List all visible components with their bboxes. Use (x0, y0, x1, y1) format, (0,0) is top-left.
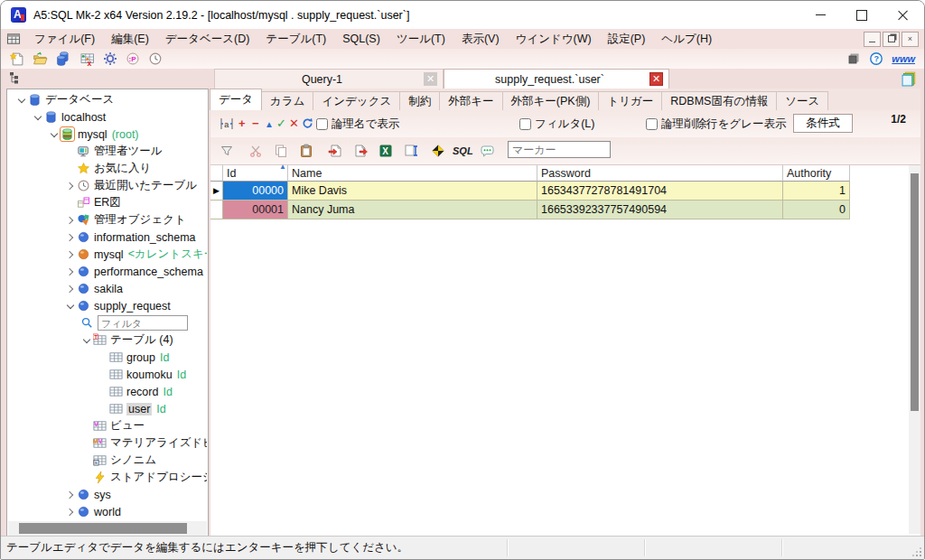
checkbox-filter[interactable]: フィルタ(L) (519, 117, 594, 132)
menu-sql[interactable]: SQL(S) (334, 29, 388, 49)
up-arrow-icon[interactable]: ▲ (265, 111, 274, 138)
diamond-icon[interactable] (431, 144, 445, 158)
tab-close-icon[interactable]: ✕ (424, 72, 437, 86)
gear-icon[interactable] (103, 51, 117, 66)
filter-funnel-icon[interactable] (220, 144, 234, 158)
copy-icon[interactable] (274, 144, 288, 158)
mdi-minimize-button[interactable] (864, 32, 881, 47)
column-header-authority[interactable]: Authority (783, 165, 850, 182)
subtab-data[interactable]: データ (210, 89, 262, 110)
procedure-face-icon[interactable] (126, 51, 140, 66)
grid-vertical-scrollbar[interactable] (909, 165, 920, 534)
tab-close-icon[interactable]: ✕ (649, 72, 663, 86)
comment-icon[interactable] (480, 144, 495, 158)
cell-id[interactable]: 00001 (223, 201, 288, 219)
chevron-down-icon[interactable] (80, 339, 93, 342)
history-clock-icon[interactable] (148, 51, 163, 66)
chevron-right-icon[interactable] (64, 286, 77, 292)
condition-expression-button[interactable]: 条件式 (793, 114, 853, 133)
tree-item-performance-schema[interactable]: performance_schema (8, 263, 207, 280)
table-row[interactable]: ▶ 00000 Mike Davis 16534377278781491704 … (210, 182, 850, 201)
tree-item-views[interactable]: ビュー (8, 417, 207, 434)
column-header-password[interactable]: Password (537, 165, 783, 182)
cell-authority[interactable]: 1 (783, 182, 850, 201)
tree-item-materialized-views[interactable]: マテリアライズドビュー (8, 434, 207, 452)
tree-item-mysql-schema[interactable]: mysql <カレントスキーマ> (8, 246, 207, 263)
cell-password[interactable]: 16534377278781491704 (537, 182, 783, 201)
tree-item-table-group[interactable]: group Id (8, 349, 207, 366)
tree-item-recent-tables[interactable]: 最近開いたテーブル (8, 177, 207, 194)
subtab-triggers[interactable]: トリガー (598, 91, 662, 110)
tree-item-synonyms[interactable]: シノニム (8, 452, 207, 469)
tree-item-localhost[interactable]: localhost (8, 108, 207, 126)
subtab-constraints[interactable]: 制約 (399, 91, 440, 110)
rollback-x-icon[interactable]: ✕ (289, 110, 299, 137)
sql-icon[interactable]: SQL (453, 137, 473, 164)
grid-scrollbar-thumb[interactable] (911, 173, 919, 411)
menu-help[interactable]: ヘルプ(H) (653, 29, 720, 49)
tree-item-tables[interactable]: テーブル (4) (8, 331, 207, 349)
tree-item-er-diagram[interactable]: ER図 (8, 194, 207, 211)
pages-icon[interactable] (902, 71, 917, 87)
tree-horizontal-scrollbar[interactable] (8, 521, 207, 536)
tree-item-sys[interactable]: sys (8, 486, 207, 503)
delete-row-icon[interactable]: − (252, 110, 259, 137)
checkbox-input[interactable] (519, 118, 531, 130)
copy-with-columns-icon[interactable] (404, 144, 418, 158)
checkbox-grey-deleted-rows[interactable]: 論理削除行をグレー表示 (646, 117, 786, 132)
chevron-right-icon[interactable] (64, 235, 77, 240)
minimize-button[interactable] (799, 1, 841, 29)
tree-item-mysql-root[interactable]: mysql (root) (8, 126, 207, 143)
menu-database[interactable]: データベース(D) (157, 29, 258, 49)
mdi-close-button[interactable]: × (902, 32, 919, 47)
export-icon[interactable] (353, 144, 368, 158)
cell-id[interactable]: 00000 (223, 182, 288, 201)
marker-input[interactable] (508, 141, 611, 158)
tab-supply-request-user[interactable]: supply_request.`user` ✕ (444, 69, 669, 89)
subtab-indexes[interactable]: インデックス (313, 91, 400, 110)
menu-window[interactable]: ウインドウ(W) (508, 29, 600, 49)
menu-table[interactable]: テーブル(T) (257, 29, 334, 49)
close-button[interactable] (883, 1, 924, 29)
maximize-button[interactable] (841, 1, 883, 29)
tree-item-table-koumoku[interactable]: koumoku Id (8, 366, 207, 383)
chevron-right-icon[interactable] (64, 492, 77, 498)
table-row[interactable]: 00001 Nancy Juma 16653392337757490594 0 (210, 201, 850, 219)
tree-item-sakila[interactable]: sakila (8, 280, 207, 297)
subtab-source[interactable]: ソース (776, 91, 828, 110)
tree-item-supply-request[interactable]: supply_request (8, 297, 207, 314)
tree-item-table-user[interactable]: user Id (8, 400, 207, 417)
chevron-down-icon[interactable] (64, 304, 77, 308)
menu-tools[interactable]: ツール(T) (388, 29, 453, 49)
menu-edit[interactable]: 編集(E) (103, 29, 157, 49)
chevron-down-icon[interactable] (15, 98, 28, 102)
cell-name[interactable]: Nancy Juma (288, 201, 537, 219)
mdi-restore-button[interactable] (883, 32, 900, 47)
chevron-right-icon[interactable] (64, 183, 77, 189)
chevron-right-icon[interactable] (64, 218, 77, 223)
cut-icon[interactable] (248, 144, 263, 158)
tree-item-table-record[interactable]: record Id (8, 383, 207, 400)
fit-column-width-icon[interactable] (220, 117, 234, 131)
commit-check-icon[interactable]: ✓ (276, 110, 286, 137)
subtab-rdbms-info[interactable]: RDBMS固有の情報 (661, 91, 777, 110)
chevron-down-icon[interactable] (32, 116, 44, 119)
chevron-right-icon[interactable] (64, 509, 77, 515)
subtab-columns[interactable]: カラム (261, 91, 313, 110)
tree-item-admin-tools[interactable]: 管理者ツール (8, 143, 207, 160)
cell-authority[interactable]: 0 (783, 201, 850, 219)
tree-item-world[interactable]: world (8, 503, 207, 520)
checkbox-input[interactable] (316, 118, 328, 130)
subtab-foreign-keys-pk[interactable]: 外部キー(PK側) (502, 91, 600, 110)
tree-toggle-icon[interactable] (8, 71, 20, 85)
excel-icon[interactable] (378, 144, 393, 158)
cell-password[interactable]: 16653392337757490594 (537, 201, 783, 219)
cell-name[interactable]: Mike Davis (288, 182, 537, 201)
chevron-down-icon[interactable] (48, 133, 61, 136)
help-icon[interactable] (869, 51, 883, 66)
tree-item-admin-objects[interactable]: 管理オブジェクト (8, 211, 207, 229)
window-icon[interactable] (846, 51, 861, 66)
paste-icon[interactable] (299, 144, 313, 158)
import-icon[interactable] (328, 144, 342, 158)
insert-row-icon[interactable]: + (238, 110, 246, 137)
